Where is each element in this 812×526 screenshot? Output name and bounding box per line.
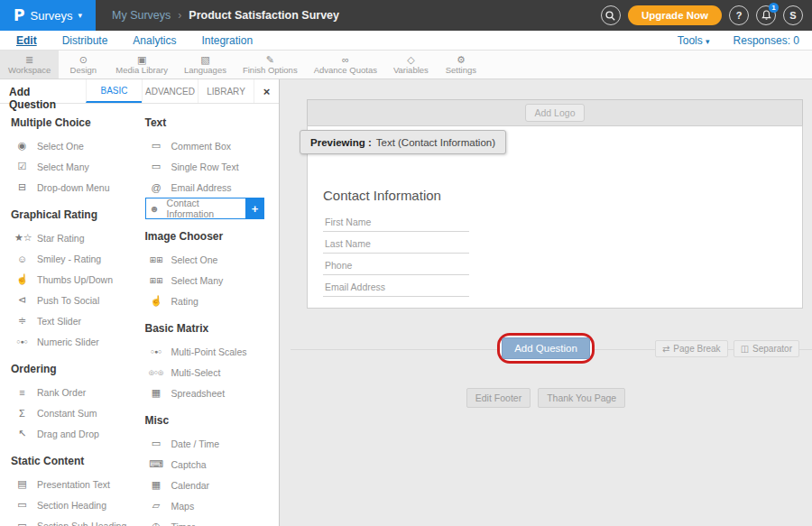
grid-icon: ▦ xyxy=(149,387,164,399)
toolbar-languages[interactable]: ▧ Languages xyxy=(176,51,235,78)
edit-footer-button[interactable]: Edit Footer xyxy=(466,388,531,408)
tab-analytics[interactable]: Analytics xyxy=(133,34,176,47)
upgrade-now-button[interactable]: Upgrade Now xyxy=(628,5,722,25)
survey-canvas: Add Logo Previewing : Text (Contact Info… xyxy=(280,79,812,526)
qtype-timer[interactable]: ◷ Timer xyxy=(145,516,280,526)
qtype-constant-sum[interactable]: Σ Constant Sum xyxy=(11,402,145,423)
qtype-section-sub-heading[interactable]: ▭ Section Sub-Heading xyxy=(11,515,145,526)
user-avatar[interactable]: S xyxy=(783,5,803,25)
qtype-select-one[interactable]: ◉ Select One xyxy=(11,135,145,156)
qtype-smiley-rating[interactable]: ☺ Smiley - Rating xyxy=(11,248,145,269)
qtype-push-to-social[interactable]: ⊲ Push To Social xyxy=(11,290,145,310)
separator-icon: ◫ xyxy=(741,344,749,354)
tab-basic[interactable]: BASIC xyxy=(86,79,142,103)
toolbar-advance-quotas[interactable]: ∞ Advance Quotas xyxy=(306,51,385,78)
qtype-contact-information-selected[interactable]: ☻ Contact Information + xyxy=(145,198,280,219)
qtype-label: Section Heading xyxy=(37,500,106,511)
insert-controls: ⇄ Page Break ◫ Separator xyxy=(655,340,799,357)
first-name-field[interactable] xyxy=(323,210,469,232)
qtype-label: Drag and Drop xyxy=(37,429,99,439)
qtype-section-heading[interactable]: ▭ Section Heading xyxy=(11,494,145,515)
toolbar-workspace[interactable]: ≣ Workspace xyxy=(0,51,59,78)
qtype-date-time[interactable]: ▭ Date / Time xyxy=(145,433,280,454)
tab-advanced[interactable]: ADVANCED xyxy=(142,79,198,103)
qtype-star-rating[interactable]: ★☆ Star Rating xyxy=(11,227,145,248)
bell-icon xyxy=(761,10,771,21)
section-basic-matrix: Basic Matrix ○●○ Multi-Point Scales ◎○◎ … xyxy=(145,322,280,403)
qtype-label: Select One xyxy=(171,254,218,265)
tools-menu[interactable]: Tools ▾ xyxy=(678,34,710,47)
qtype-text-slider[interactable]: ≑ Text Slider xyxy=(11,310,145,331)
add-question-panel-header: Add Question BASIC ADVANCED LIBRARY × xyxy=(0,79,279,104)
toolbar-workspace-label: Workspace xyxy=(8,65,51,75)
qtype-multi-point-scales[interactable]: ○●○ Multi-Point Scales xyxy=(145,341,280,362)
qtype-email-address[interactable]: @ Email Address xyxy=(145,177,280,198)
responses-count[interactable]: Responses: 0 xyxy=(734,34,799,47)
top-header-bar: P Surveys ▾ My Surveys › Product Satisfa… xyxy=(0,0,812,31)
radio-list-icon: ◉ xyxy=(14,140,30,152)
qtype-label: Spreadsheet xyxy=(171,388,226,399)
close-panel-button[interactable]: × xyxy=(254,79,279,103)
translate-icon: ▧ xyxy=(200,54,209,65)
section-misc: Misc ▭ Date / Time ⌨ Captcha ▦ Calendar … xyxy=(145,414,280,526)
breadcrumb-my-surveys[interactable]: My Surveys xyxy=(112,9,171,22)
toolbar-design[interactable]: ⊙ Design xyxy=(59,51,107,78)
subheading-block-icon: ▭ xyxy=(14,520,30,526)
qtype-image-select-one[interactable]: ⊞⊞ Select One xyxy=(145,249,280,270)
notification-badge: 1 xyxy=(769,3,779,13)
qtype-label: Select Many xyxy=(171,275,224,286)
qtype-image-rating[interactable]: ☝ Rating xyxy=(145,291,280,311)
chevron-down-icon: ▾ xyxy=(706,37,710,46)
page-break-label: Page Break xyxy=(673,344,720,354)
section-title: Basic Matrix xyxy=(145,322,280,335)
last-name-field[interactable] xyxy=(323,232,469,254)
section-title: Multiple Choice xyxy=(11,116,145,129)
help-icon: ? xyxy=(736,10,743,21)
add-question-button[interactable]: Add Question xyxy=(502,337,590,359)
qtype-multi-select[interactable]: ◎○◎ Multi-Select xyxy=(145,362,280,383)
add-contact-information-button[interactable]: + xyxy=(246,198,264,219)
toolbar-finish-options[interactable]: ✎ Finish Options xyxy=(235,51,306,78)
notifications-button[interactable]: 1 xyxy=(756,5,776,25)
qtype-thumbs-up-down[interactable]: ☝ Thumbs Up/Down xyxy=(11,269,145,290)
add-logo-button[interactable]: Add Logo xyxy=(525,104,586,122)
phone-field[interactable] xyxy=(323,254,469,275)
qtype-maps[interactable]: ▱ Maps xyxy=(145,495,280,516)
email-address-field[interactable] xyxy=(323,275,469,297)
qtype-label: Text Slider xyxy=(37,316,81,327)
qtype-label: Comment Box xyxy=(171,141,232,152)
qtype-drag-and-drop[interactable]: ↖ Drag and Drop xyxy=(11,423,145,444)
qtype-image-select-many[interactable]: ⊞⊞ Select Many xyxy=(145,270,280,291)
qtype-select-many[interactable]: ☑ Select Many xyxy=(11,156,145,177)
page-footer-controls: Edit Footer Thank You Page xyxy=(280,388,812,408)
tab-distribute[interactable]: Distribute xyxy=(62,34,108,47)
qtype-rank-order[interactable]: ≡ Rank Order xyxy=(11,382,145,402)
search-button[interactable] xyxy=(601,5,621,25)
text-block-icon: ▤ xyxy=(14,478,30,490)
qtype-numeric-slider[interactable]: ○●○ Numeric Slider xyxy=(11,331,145,352)
qtype-dropdown-menu[interactable]: ⊟ Drop-down Menu xyxy=(11,177,145,198)
qtype-comment-box[interactable]: ▭ Comment Box xyxy=(145,135,280,156)
toolbar-variables[interactable]: ◇ Variables xyxy=(385,51,437,78)
section-static-content: Static Content ▤ Presentation Text ▭ Sec… xyxy=(11,455,145,526)
tab-integration[interactable]: Integration xyxy=(201,34,253,47)
qtype-single-row-text[interactable]: ▭ Single Row Text xyxy=(145,156,280,177)
tab-library[interactable]: LIBRARY xyxy=(198,79,254,103)
tab-edit[interactable]: Edit xyxy=(16,34,37,47)
product-switcher[interactable]: P Surveys ▾ xyxy=(0,0,96,31)
star-icon: ★☆ xyxy=(14,232,30,244)
page-break-button[interactable]: ⇄ Page Break xyxy=(655,340,728,357)
qtype-captcha[interactable]: ⌨ Captcha xyxy=(145,454,280,475)
qtype-presentation-text[interactable]: ▤ Presentation Text xyxy=(11,474,145,494)
dots-scale-icon: ○●○ xyxy=(149,348,164,355)
toolbar-settings[interactable]: ⚙ Settings xyxy=(437,51,485,78)
product-name: Surveys xyxy=(30,9,72,23)
section-ordering: Ordering ≡ Rank Order Σ Constant Sum ↖ D… xyxy=(11,363,145,444)
section-multiple-choice: Multiple Choice ◉ Select One ☑ Select Ma… xyxy=(11,116,145,198)
help-button[interactable]: ? xyxy=(729,5,749,25)
separator-button[interactable]: ◫ Separator xyxy=(734,340,799,357)
toolbar-media-library[interactable]: ▣ Media Library xyxy=(107,51,176,78)
qtype-calendar[interactable]: ▦ Calendar xyxy=(145,475,280,495)
qtype-spreadsheet[interactable]: ▦ Spreadsheet xyxy=(145,383,280,403)
thank-you-page-button[interactable]: Thank You Page xyxy=(538,388,625,408)
